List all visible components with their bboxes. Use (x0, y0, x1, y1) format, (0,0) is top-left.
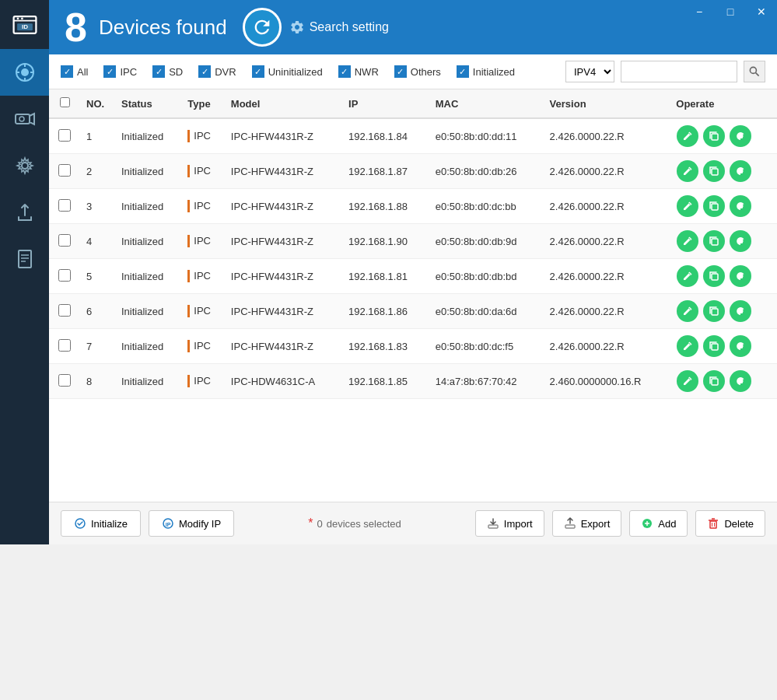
filter-dvr-checkbox[interactable] (198, 65, 211, 78)
edit-button[interactable] (677, 265, 698, 287)
row-model: IPC-HDW4631C-A (225, 364, 342, 399)
row-version: 2.426.0000.22.R (544, 329, 670, 364)
select-all-checkbox[interactable] (60, 97, 70, 107)
row-ip: 192.168.1.81 (342, 259, 429, 294)
row-checkbox-cell (49, 364, 80, 399)
copy-button[interactable] (703, 230, 725, 252)
copy-button[interactable] (703, 265, 725, 287)
edit-button[interactable] (677, 160, 698, 182)
row-checkbox[interactable] (58, 339, 71, 352)
copy-button[interactable] (703, 125, 725, 147)
svg-point-14 (19, 117, 24, 121)
edit-button[interactable] (677, 300, 698, 322)
filter-uninitialized[interactable]: Uninitialized (252, 65, 323, 78)
edit-button[interactable] (677, 125, 698, 147)
row-checkbox[interactable] (58, 269, 71, 282)
delete-button[interactable]: Delete (695, 510, 765, 537)
filter-nwr[interactable]: NWR (338, 65, 379, 78)
filter-all-checkbox[interactable] (61, 65, 73, 78)
row-type: IPC (181, 224, 225, 259)
filter-all[interactable]: All (61, 65, 88, 78)
row-checkbox[interactable] (58, 234, 71, 247)
device-refresh-button[interactable] (730, 160, 751, 182)
row-mac: e0:50:8b:d0:db:9d (429, 224, 544, 259)
type-indicator (187, 200, 190, 212)
filter-others-checkbox[interactable] (394, 65, 407, 78)
row-type: IPC (181, 329, 225, 364)
row-type: IPC (181, 154, 225, 189)
filter-others[interactable]: Others (394, 65, 441, 78)
maximize-button[interactable]: □ (715, 0, 746, 23)
copy-button[interactable] (703, 160, 725, 182)
minimize-button[interactable]: − (684, 0, 715, 23)
filter-initialized[interactable]: Initialized (457, 65, 515, 78)
row-checkbox[interactable] (58, 164, 71, 177)
sidebar-item-upload[interactable] (0, 189, 49, 236)
row-checkbox[interactable] (58, 304, 71, 317)
row-checkbox[interactable] (58, 199, 71, 212)
svg-point-7 (21, 68, 29, 76)
row-checkbox[interactable] (58, 374, 71, 387)
bottom-left-actions: Initialize IP Modify IP (61, 510, 234, 537)
row-checkbox[interactable] (58, 129, 71, 142)
row-model: IPC-HFW4431R-Z (225, 224, 342, 259)
row-version: 2.426.0000.22.R (544, 189, 670, 224)
filter-nwr-checkbox[interactable] (338, 65, 351, 78)
device-refresh-button[interactable] (730, 370, 751, 392)
sidebar-item-camera[interactable] (0, 96, 49, 142)
type-indicator (187, 375, 190, 387)
svg-rect-24 (712, 204, 718, 210)
device-refresh-button[interactable] (730, 195, 751, 217)
modify-ip-button[interactable]: IP Modify IP (149, 510, 234, 537)
devices-found-label: Devices found (99, 16, 227, 40)
edit-button[interactable] (677, 195, 698, 217)
col-mac: MAC (429, 89, 544, 118)
svg-rect-38 (710, 521, 716, 528)
table-body: 1 Initialized IPC IPC-HFW4431R-Z 192.168… (49, 118, 777, 399)
copy-button[interactable] (703, 335, 725, 357)
row-model: IPC-HFW4431R-Z (225, 259, 342, 294)
search-setting-button[interactable]: Search setting (289, 19, 389, 35)
filter-sd-checkbox[interactable] (152, 65, 165, 78)
row-ip: 192.168.1.85 (342, 364, 429, 399)
copy-button[interactable] (703, 195, 725, 217)
search-button[interactable] (744, 61, 765, 82)
type-indicator (187, 165, 190, 177)
edit-button[interactable] (677, 230, 698, 252)
refresh-button[interactable] (243, 8, 282, 47)
add-button[interactable]: Add (629, 510, 688, 537)
device-refresh-button[interactable] (730, 300, 751, 322)
search-input[interactable] (621, 61, 737, 82)
filter-sd[interactable]: SD (152, 65, 183, 78)
row-status: Initialized (115, 154, 181, 189)
filter-dvr[interactable]: DVR (198, 65, 236, 78)
device-refresh-button[interactable] (730, 125, 751, 147)
search-setting-label: Search setting (310, 20, 389, 34)
filter-initialized-checkbox[interactable] (457, 65, 469, 78)
device-refresh-button[interactable] (730, 335, 751, 357)
import-button[interactable]: Import (475, 510, 544, 537)
filter-ipc[interactable]: IPC (103, 65, 137, 78)
filter-ipc-checkbox[interactable] (103, 65, 116, 78)
row-ip: 192.168.1.88 (342, 189, 429, 224)
selected-info: * 0 devices selected (308, 516, 401, 530)
copy-button[interactable] (703, 300, 725, 322)
filter-uninitialized-checkbox[interactable] (252, 65, 264, 78)
edit-button[interactable] (677, 370, 698, 392)
copy-button[interactable] (703, 370, 725, 392)
sidebar-item-document[interactable] (0, 236, 49, 282)
close-button[interactable]: ✕ (746, 0, 777, 23)
type-indicator (187, 305, 190, 317)
ipv4-select[interactable]: IPV4 IPV6 (565, 61, 614, 82)
edit-button[interactable] (677, 335, 698, 357)
row-mac: e0:50:8b:d0:dc:f5 (429, 329, 544, 364)
device-refresh-button[interactable] (730, 230, 751, 252)
device-count: 8 (65, 7, 87, 47)
device-refresh-button[interactable] (730, 265, 751, 287)
export-button[interactable]: Export (552, 510, 622, 537)
sidebar-item-settings[interactable] (0, 142, 49, 189)
initialize-button[interactable]: Initialize (61, 510, 141, 537)
row-checkbox-cell (49, 154, 80, 189)
row-operate (670, 224, 777, 259)
sidebar-item-device[interactable] (0, 49, 49, 96)
